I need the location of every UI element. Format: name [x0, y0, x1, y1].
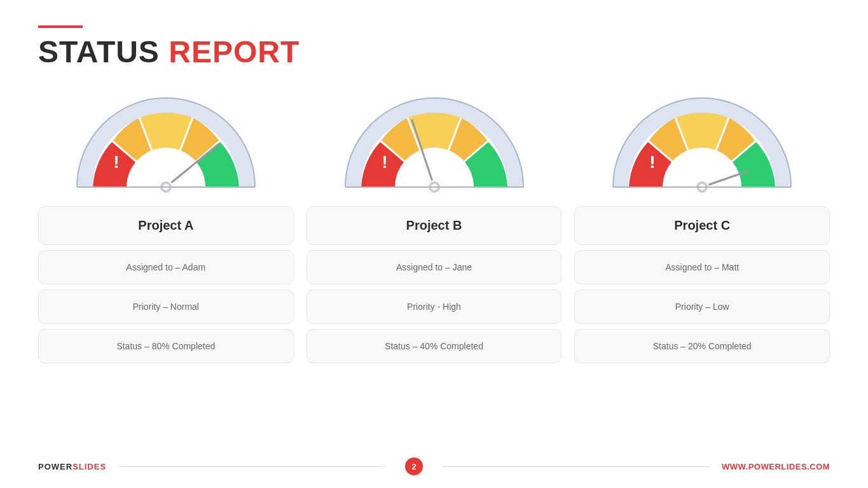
page-container: STATUS REPORT — [0, 0, 868, 488]
project-c-gauge: ! — [607, 88, 797, 197]
project-a-status: Status – 80% Completed — [116, 341, 215, 351]
footer-url: WWW.POWERLIDES.COM — [722, 462, 830, 471]
project-a-gauge: ! — [71, 88, 261, 197]
gauge-c-svg: ! — [607, 88, 797, 197]
project-a-priority-card: Priority – Normal — [38, 289, 294, 324]
project-b-gauge: ! — [339, 88, 530, 197]
project-b-priority-card: Priority - High — [307, 289, 562, 324]
title-red-part: REPORT — [169, 35, 300, 69]
project-a-assigned: Assigned to – Adam — [127, 262, 206, 272]
project-a-status-card: Status – 80% Completed — [38, 329, 294, 363]
footer-page-number: 2 — [405, 457, 423, 475]
footer-line-left — [119, 466, 386, 467]
footer: POWERSLIDES 2 WWW.POWERLIDES.COM — [38, 457, 830, 475]
project-c-column: ! Project C Assigned to – Matt Priority … — [574, 88, 830, 368]
project-a-assigned-card: Assigned to – Adam — [38, 250, 294, 284]
project-a-name: Project A — [138, 218, 193, 232]
project-c-priority-card: Priority – Low — [574, 289, 830, 324]
project-b-priority: Priority - High — [407, 302, 461, 312]
title-black-part: STATUS — [38, 35, 160, 69]
project-c-status: Status – 20% Completed — [653, 341, 752, 351]
project-a-title-card: Project A — [38, 206, 294, 245]
svg-text:!: ! — [382, 152, 387, 172]
project-b-status-card: Status – 40% Completed — [307, 329, 562, 363]
project-c-status-card: Status – 20% Completed — [574, 329, 830, 363]
gauge-b-svg: ! — [339, 88, 530, 197]
project-a-column: ! Project A Assigned to – Adam Priority … — [38, 88, 294, 368]
svg-text:!: ! — [113, 152, 119, 172]
footer-brand: POWERSLIDES — [38, 462, 106, 471]
project-b-assigned: Assigned to – Jane — [396, 262, 472, 272]
svg-text:!: ! — [650, 152, 656, 172]
project-b-status: Status – 40% Completed — [385, 341, 483, 351]
page-title: STATUS REPORT — [38, 34, 830, 69]
project-c-assigned: Assigned to – Matt — [665, 262, 739, 272]
project-b-column: ! Project B Assigned to – Jane Priority … — [307, 88, 562, 368]
project-a-priority: Priority – Normal — [133, 302, 199, 312]
project-b-title-card: Project B — [307, 206, 562, 245]
header-accent-line — [38, 25, 83, 28]
header: STATUS REPORT — [38, 25, 830, 69]
project-b-assigned-card: Assigned to – Jane — [307, 250, 562, 284]
footer-brand-black: POWER — [38, 462, 72, 471]
gauge-a-svg: ! — [71, 88, 261, 197]
project-c-name: Project C — [674, 218, 730, 232]
project-c-assigned-card: Assigned to – Matt — [574, 250, 830, 284]
project-b-name: Project B — [406, 218, 462, 232]
footer-brand-red: SLIDES — [72, 462, 106, 471]
project-c-title-card: Project C — [574, 206, 830, 245]
footer-line-right — [442, 466, 709, 467]
projects-grid: ! Project A Assigned to – Adam Priority … — [38, 88, 830, 368]
project-c-priority: Priority – Low — [675, 302, 729, 312]
